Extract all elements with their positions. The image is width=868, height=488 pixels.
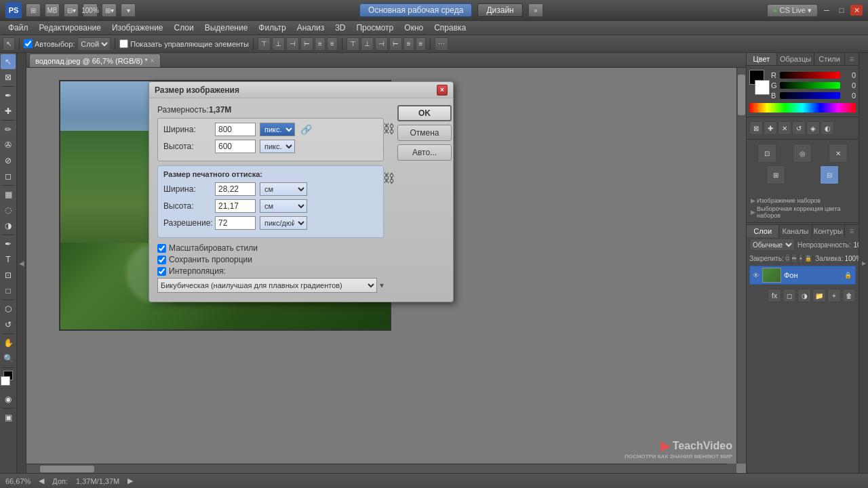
distrib-btn-6[interactable]: ≡: [416, 37, 427, 51]
status-arrow-right[interactable]: ▶: [127, 476, 133, 485]
tool-history-brush[interactable]: ⊘: [1, 153, 16, 168]
resolution-unit[interactable]: пикс/дюйм пикс/см: [260, 216, 307, 230]
tool-gradient[interactable]: ▦: [1, 187, 16, 202]
height-unit-select[interactable]: пикс. % см: [260, 140, 295, 153]
mini-tool-3[interactable]: ✕: [778, 121, 791, 135]
align-btn-2[interactable]: ⊥: [272, 37, 285, 51]
vertical-scroll-thumb[interactable]: [738, 75, 745, 115]
announce-expand-btn-2[interactable]: ▶ Выборочная коррекция цвета наборов: [748, 205, 857, 220]
tab-styles[interactable]: Стили: [814, 53, 845, 65]
align-btn-4[interactable]: ⊢: [300, 37, 313, 51]
menu-file[interactable]: Файл: [3, 22, 34, 34]
cs-live-button[interactable]: ● CS Live ▾: [767, 4, 818, 17]
lock-transparent-btn[interactable]: □: [785, 253, 790, 263]
color-selector[interactable]: [1, 371, 16, 390]
tool-shape[interactable]: □: [1, 283, 16, 298]
mini-tool-1[interactable]: ⊠: [749, 121, 763, 135]
tool-icon-4[interactable]: ⊞: [766, 165, 785, 184]
workspace-button[interactable]: Основная рабочая среда: [359, 3, 472, 17]
lock-position-btn[interactable]: +: [799, 253, 804, 263]
tool-brush[interactable]: ✏: [1, 122, 16, 137]
tool-3d-rotate[interactable]: ↺: [1, 317, 16, 332]
show-controls-checkbox[interactable]: [119, 39, 128, 48]
add-style-btn[interactable]: fx: [768, 289, 781, 302]
design-button[interactable]: Дизайн: [477, 3, 522, 17]
tab-swatches[interactable]: Образцы: [777, 53, 814, 65]
autofocus-checkbox[interactable]: [24, 39, 33, 48]
toolbar-btn-3[interactable]: ⊟▾: [64, 3, 79, 17]
height-input[interactable]: [215, 140, 256, 153]
lock-image-btn[interactable]: ✏: [791, 253, 797, 263]
distrib-btn-3[interactable]: ⊣: [375, 37, 388, 51]
menu-analyze[interactable]: Анализ: [292, 22, 330, 34]
tool-dodge[interactable]: ◑: [1, 218, 16, 233]
constrain-label[interactable]: Сохранить пропорции: [169, 255, 252, 264]
scale-styles-checkbox[interactable]: [157, 244, 166, 253]
tab-color[interactable]: Цвет: [747, 53, 777, 65]
tool-stamp[interactable]: ✇: [1, 138, 16, 152]
resolution-input[interactable]: [215, 216, 256, 230]
tool-icon-3[interactable]: ✕: [829, 144, 848, 163]
menu-edit[interactable]: Редактирование: [34, 22, 106, 34]
mini-tool-5[interactable]: ◈: [806, 121, 820, 135]
tab-channels[interactable]: Каналы: [779, 225, 812, 237]
align-btn-6[interactable]: ≡: [327, 37, 338, 51]
menu-layers[interactable]: Слои: [169, 22, 199, 34]
mini-tool-4[interactable]: ↺: [792, 121, 806, 135]
close-button[interactable]: ✕: [850, 5, 863, 16]
tab-layers[interactable]: Слои: [747, 225, 779, 237]
b-slider[interactable]: [780, 92, 840, 99]
menu-help[interactable]: Справка: [429, 22, 471, 34]
left-collapse-btn[interactable]: ◀: [17, 53, 26, 473]
interpolation-checkbox[interactable]: [157, 267, 166, 276]
cancel-button[interactable]: Отмена: [397, 125, 452, 141]
status-arrow-left[interactable]: ◀: [39, 476, 44, 485]
layer-item-background[interactable]: 👁 Фон 🔒: [749, 266, 856, 285]
scale-styles-label[interactable]: Масштабировать стили: [169, 243, 258, 253]
menu-view[interactable]: Просмотр: [351, 22, 399, 34]
distrib-btn-1[interactable]: ⊤: [347, 37, 359, 51]
move-tool-btn[interactable]: ↖: [3, 37, 15, 51]
announce-item-2[interactable]: Выборочная коррекция цвета наборов: [757, 205, 854, 219]
g-slider[interactable]: [780, 82, 840, 89]
toolbar-btn-2[interactable]: MB: [45, 3, 60, 17]
tool-hand[interactable]: ✋: [1, 336, 16, 350]
horizontal-scroll-thumb[interactable]: [40, 466, 94, 472]
tool-icon-1[interactable]: ⊡: [757, 144, 776, 163]
ok-button[interactable]: OK: [397, 105, 452, 121]
menu-filter[interactable]: Фильтр: [253, 22, 291, 34]
align-btn-5[interactable]: ≡: [315, 37, 326, 51]
minimize-button[interactable]: ─: [821, 5, 833, 16]
auto-button[interactable]: Авто...: [397, 144, 452, 161]
toolbar-btn-5[interactable]: ⊞▾: [102, 3, 117, 17]
interpolation-label[interactable]: Интерполяция:: [169, 266, 226, 276]
panel-menu-btn[interactable]: ≡: [845, 53, 859, 65]
tool-text[interactable]: T: [1, 252, 16, 267]
distrib-btn-2[interactable]: ⊥: [361, 37, 374, 51]
toolbar-btn-1[interactable]: ⊞: [26, 3, 41, 17]
dialog-close-btn[interactable]: ×: [437, 85, 448, 96]
distrib-btn-5[interactable]: ≡: [403, 37, 414, 51]
mini-tool-6[interactable]: ◐: [821, 121, 834, 135]
tab-close-btn[interactable]: ×: [151, 57, 155, 64]
print-width-input[interactable]: [215, 182, 256, 196]
background-swatch[interactable]: [755, 80, 770, 95]
more-workspaces-btn[interactable]: »: [528, 3, 543, 17]
menu-select[interactable]: Выделение: [199, 22, 254, 34]
more-toolbar-btn[interactable]: ⋯: [435, 37, 448, 51]
color-spectrum[interactable]: [749, 103, 856, 113]
constrain-checkbox[interactable]: [157, 256, 166, 264]
add-adjustment-btn[interactable]: ◑: [797, 289, 811, 302]
tool-zoom[interactable]: 🔍: [1, 351, 16, 366]
align-btn-1[interactable]: ⊤: [258, 37, 271, 51]
tool-blur[interactable]: ◌: [1, 203, 16, 218]
width-input[interactable]: [215, 123, 256, 136]
lock-all-btn[interactable]: 🔒: [804, 253, 812, 263]
delete-layer-btn[interactable]: 🗑: [842, 289, 856, 302]
print-height-unit[interactable]: см мм дюйм: [260, 199, 307, 213]
vertical-scrollbar[interactable]: [736, 68, 746, 464]
announce-item-1[interactable]: Изображение наборов: [757, 197, 821, 204]
print-width-unit[interactable]: см мм дюйм: [260, 182, 307, 196]
tool-select[interactable]: ↖: [1, 54, 16, 69]
background-color[interactable]: [1, 376, 10, 386]
